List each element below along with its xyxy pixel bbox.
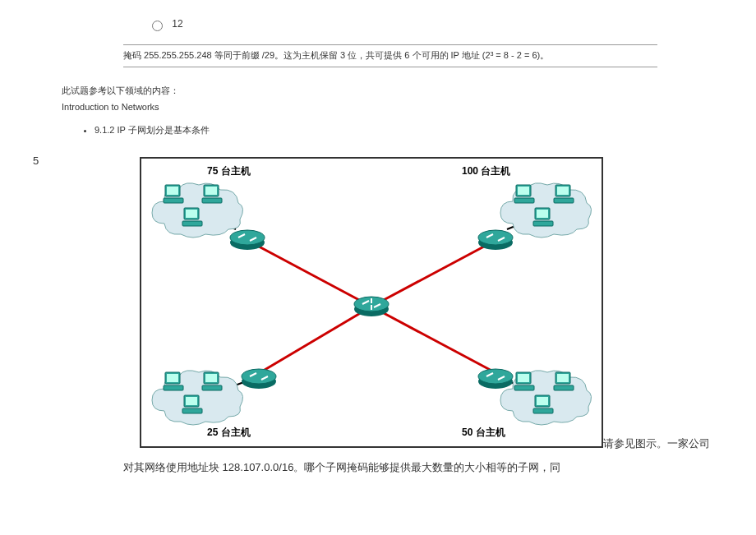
- svg-point-15: [242, 369, 276, 384]
- svg-rect-46: [518, 374, 529, 382]
- reference-bullet: 9.1.2 IP 子网划分是基本条件: [94, 123, 723, 138]
- svg-rect-20: [164, 198, 183, 203]
- svg-rect-28: [518, 187, 529, 195]
- reference-course: Introduction to Networks: [62, 100, 723, 115]
- svg-rect-38: [164, 385, 183, 390]
- pc-icon: [552, 183, 575, 206]
- pc-icon: [181, 394, 204, 417]
- reference-block: 此试题参考以下领域的内容： Introduction to Networks 9…: [62, 84, 723, 138]
- svg-rect-49: [557, 374, 569, 382]
- svg-rect-31: [557, 187, 569, 195]
- svg-rect-32: [554, 198, 574, 203]
- pc-icon: [181, 206, 204, 229]
- option-label-12: 12: [172, 18, 182, 30]
- pc-icon: [552, 371, 575, 394]
- svg-rect-23: [202, 198, 222, 203]
- svg-rect-22: [205, 187, 217, 195]
- pc-icon: [513, 371, 536, 394]
- label-tr: 100 台主机: [462, 164, 510, 179]
- svg-rect-25: [186, 210, 197, 218]
- pc-icon: [532, 394, 555, 417]
- radio-12[interactable]: [152, 21, 163, 31]
- svg-rect-47: [514, 385, 534, 390]
- pc-icon: [201, 183, 224, 206]
- question-row: 5 75 台主机 100 台主机 25 台主机 50 台主机: [33, 153, 723, 480]
- pc-icon: [201, 371, 224, 394]
- svg-rect-50: [554, 385, 574, 390]
- question-trailing: 请参见图示。一家公司: [603, 437, 710, 450]
- pc-icon: [532, 206, 555, 229]
- network-diagram: 75 台主机 100 台主机 25 台主机 50 台主机: [140, 157, 603, 448]
- pc-icon: [513, 183, 536, 206]
- label-tl: 75 台主机: [207, 164, 251, 179]
- question-line2: 对其网络使用地址块 128.107.0.0/16。哪个子网掩码能够提供最大数量的…: [123, 456, 657, 480]
- svg-rect-44: [182, 408, 202, 413]
- svg-rect-37: [167, 374, 178, 382]
- svg-rect-26: [182, 221, 202, 226]
- pc-icon: [162, 371, 185, 394]
- svg-rect-29: [514, 198, 534, 203]
- svg-rect-52: [537, 397, 548, 405]
- svg-rect-43: [186, 397, 197, 405]
- reference-intro: 此试题参考以下领域的内容：: [62, 84, 723, 99]
- svg-rect-19: [167, 187, 178, 195]
- option-12[interactable]: 12: [148, 16, 723, 32]
- svg-rect-34: [537, 210, 548, 218]
- svg-rect-41: [202, 385, 222, 390]
- pc-icon: [162, 183, 185, 206]
- svg-rect-35: [533, 221, 553, 226]
- explanation-box: 掩码 255.255.255.248 等同于前缀 /29。这为主机保留 3 位，…: [123, 44, 657, 67]
- center-router-icon: [353, 288, 390, 325]
- svg-rect-40: [205, 374, 217, 382]
- svg-rect-53: [533, 408, 553, 413]
- explanation-text: 掩码 255.255.255.248 等同于前缀 /29。这为主机保留 3 位，…: [123, 50, 549, 60]
- question-number: 5: [33, 153, 58, 480]
